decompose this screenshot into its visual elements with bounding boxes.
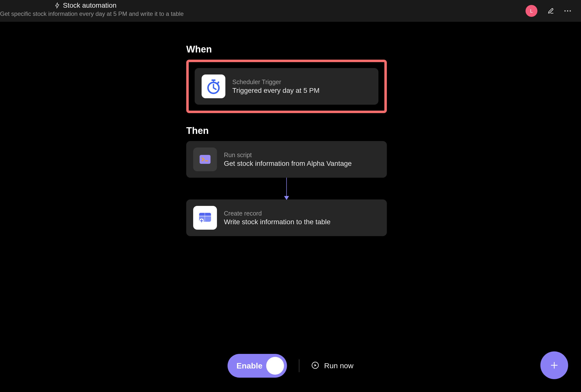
svg-point-1 — [567, 10, 568, 11]
arrow-head-icon — [284, 196, 289, 200]
edit-icon[interactable] — [547, 7, 554, 14]
record-desc: Write stock information to the table — [224, 218, 330, 226]
page-subtitle: Get specific stock information every day… — [0, 10, 184, 17]
add-step-fab[interactable] — [540, 352, 568, 379]
svg-rect-8 — [205, 160, 208, 161]
toggle-knob — [266, 357, 284, 375]
flow-column: When Scheduler Trigger Triggered every d… — [186, 44, 387, 236]
script-title: Run script — [224, 151, 352, 159]
trigger-desc: Triggered every day at 5 PM — [232, 87, 320, 94]
header-left: Stock automation Get specific stock info… — [0, 1, 184, 17]
enable-label: Enable — [236, 361, 262, 371]
svg-point-0 — [564, 10, 566, 11]
plus-icon — [549, 360, 559, 370]
divider — [299, 359, 300, 372]
svg-point-2 — [570, 10, 571, 11]
when-label: When — [186, 44, 387, 55]
play-circle-icon — [311, 361, 319, 370]
terminal-icon — [193, 147, 217, 171]
record-text: Create record Write stock information to… — [224, 210, 330, 226]
more-icon[interactable] — [564, 7, 571, 14]
title-row: Stock automation — [0, 1, 184, 9]
trigger-card[interactable]: Scheduler Trigger Triggered every day at… — [195, 68, 378, 105]
then-label: Then — [186, 125, 387, 136]
stopwatch-icon — [202, 74, 225, 98]
header-bar: Stock automation Get specific stock info… — [0, 0, 581, 22]
header-right: L — [526, 5, 571, 17]
bolt-icon — [54, 3, 60, 8]
trigger-text: Scheduler Trigger Triggered every day at… — [232, 78, 320, 94]
automation-canvas: When Scheduler Trigger Triggered every d… — [0, 22, 581, 44]
enable-toggle[interactable]: Enable — [228, 354, 287, 378]
avatar[interactable]: L — [526, 5, 538, 17]
run-now-label: Run now — [324, 362, 354, 370]
run-now-button[interactable]: Run now — [311, 361, 354, 370]
script-text: Run script Get stock information from Al… — [224, 151, 352, 168]
trigger-highlight: Scheduler Trigger Triggered every day at… — [186, 60, 387, 113]
trigger-title: Scheduler Trigger — [232, 78, 320, 86]
script-card[interactable]: Run script Get stock information from Al… — [186, 141, 387, 178]
page-title: Stock automation — [63, 1, 116, 9]
bottom-bar: Enable Run now — [228, 354, 354, 378]
svg-rect-7 — [200, 155, 210, 164]
svg-rect-12 — [204, 213, 205, 222]
record-card[interactable]: Create record Write stock information to… — [186, 199, 387, 236]
flow-arrow — [286, 178, 287, 199]
then-group: Run script Get stock information from Al… — [186, 141, 387, 236]
table-add-icon — [193, 206, 217, 230]
script-desc: Get stock information from Alpha Vantage — [224, 160, 352, 168]
record-title: Create record — [224, 210, 330, 217]
